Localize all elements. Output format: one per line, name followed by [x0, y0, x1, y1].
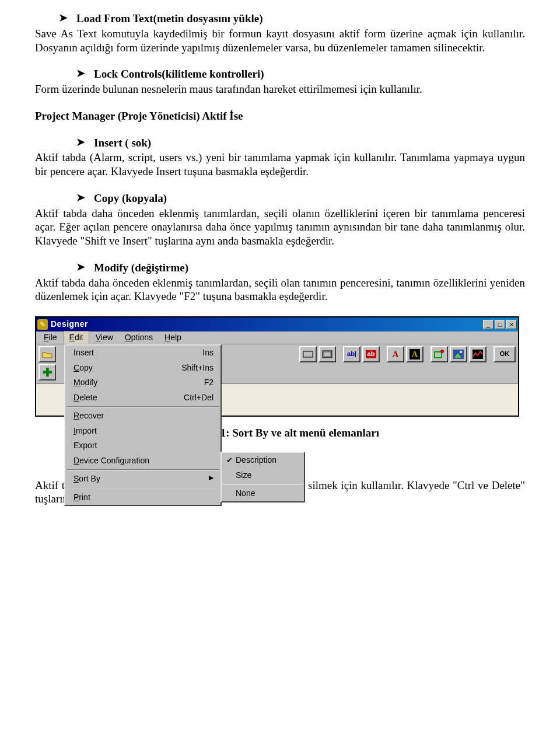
pm-heading: Project Manager (Proje Yöneticisi) Aktif… [35, 109, 525, 123]
bullet-1-body: Save As Text komutuyla kaydedilmiş bir f… [35, 27, 525, 55]
bullet-5-title: Modify (değiştirme) [94, 261, 188, 275]
menu-modify[interactable]: Modify F2 [65, 375, 220, 390]
tool-textbox-icon[interactable]: ab| [343, 346, 360, 362]
bullet-5-body: Aktif tabda daha önceden eklenmiş tanıml… [35, 276, 525, 304]
submenu-arrow-icon: ▶ [209, 474, 214, 484]
tool-text-a-icon[interactable]: A [387, 346, 404, 362]
tool-image-icon[interactable] [450, 346, 467, 362]
menubar: File Edit View Options Help [36, 331, 518, 344]
edit-dropdown: Insert Ins Copy Shift+Ins Modify F2 Dele… [64, 344, 222, 506]
menubar-options[interactable]: Options [120, 331, 158, 344]
bullet-arrow-icon: ➤ [76, 261, 86, 273]
menu-print[interactable]: Print [65, 490, 220, 505]
bullet-arrow-icon: ➤ [76, 67, 86, 79]
svg-rect-3 [435, 352, 442, 358]
menu-separator [66, 469, 219, 470]
bullet-3-body: Aktif tabda (Alarm, script, users vs.) y… [35, 151, 525, 179]
tool-ok-icon[interactable]: OK [494, 346, 516, 362]
titlebar[interactable]: ✎ Designer _ □ × [36, 317, 518, 331]
designer-window: ✎ Designer _ □ × File Edit View Options … [35, 316, 519, 417]
bullet-arrow-icon: ➤ [76, 136, 86, 148]
submenu-size[interactable]: Size [222, 468, 304, 483]
menu-export[interactable]: Export [65, 438, 220, 453]
svg-point-7 [460, 351, 462, 353]
submenu-none[interactable]: None [222, 486, 304, 501]
tool-rect-icon[interactable] [299, 346, 317, 362]
bullet-2-body: Form üzerinde bulunan nesnelerin maus ta… [35, 82, 525, 96]
menubar-edit[interactable]: Edit [64, 331, 89, 345]
bullet-2-title: Lock Controls(kilitleme kontrolleri) [94, 67, 264, 81]
svg-rect-2 [324, 352, 330, 356]
svg-rect-8 [473, 350, 483, 359]
check-icon: ✔ [226, 456, 236, 465]
menu-separator [223, 484, 303, 485]
menu-import[interactable]: Import [65, 424, 220, 439]
menu-separator [66, 406, 219, 407]
close-button[interactable]: × [506, 320, 517, 329]
svg-point-4 [440, 350, 444, 353]
maximize-button[interactable]: □ [495, 320, 505, 329]
menu-sort-by[interactable]: Sort By ▶ [65, 472, 220, 487]
menu-insert[interactable]: Insert Ins [65, 345, 220, 361]
tool-frame-icon[interactable] [430, 346, 448, 362]
sortby-submenu: ✔ Description Size None [220, 452, 305, 502]
bullet-arrow-icon: ➤ [76, 191, 86, 203]
open-icon[interactable] [38, 346, 56, 362]
app-icon: ✎ [37, 319, 48, 330]
tool-chart-icon[interactable] [469, 346, 487, 362]
titlebar-title: Designer [51, 319, 483, 330]
menu-recover[interactable]: Recover [65, 409, 220, 424]
menubar-view[interactable]: View [90, 331, 118, 344]
menu-delete[interactable]: Delete Ctrl+Del [65, 390, 220, 406]
bullet-3-title: Insert ( sok) [94, 136, 151, 150]
svg-rect-0 [303, 351, 313, 357]
bullet-4-title: Copy (kopyala) [94, 191, 167, 205]
menu-copy[interactable]: Copy Shift+Ins [65, 361, 220, 376]
bullet-1-title: Load From Text(metin dosyasını yükle) [76, 12, 263, 26]
tool-container-icon[interactable] [318, 346, 336, 362]
menubar-help[interactable]: Help [159, 331, 187, 344]
tool-text-a-dark-icon[interactable]: A [406, 346, 424, 362]
menubar-file[interactable]: File [38, 331, 62, 344]
tool-label-icon[interactable]: ab [362, 346, 380, 362]
menu-separator [66, 488, 219, 489]
menu-device-configuration[interactable]: Device Configuration [65, 453, 220, 469]
bullet-4-body: Aktif tabda daha önceden eklenmiş tanıml… [35, 207, 525, 248]
minimize-button[interactable]: _ [483, 320, 494, 329]
submenu-description[interactable]: ✔ Description [222, 453, 304, 468]
add-icon[interactable]: ✚ [38, 364, 56, 381]
bullet-arrow-icon: ➤ [58, 12, 68, 23]
